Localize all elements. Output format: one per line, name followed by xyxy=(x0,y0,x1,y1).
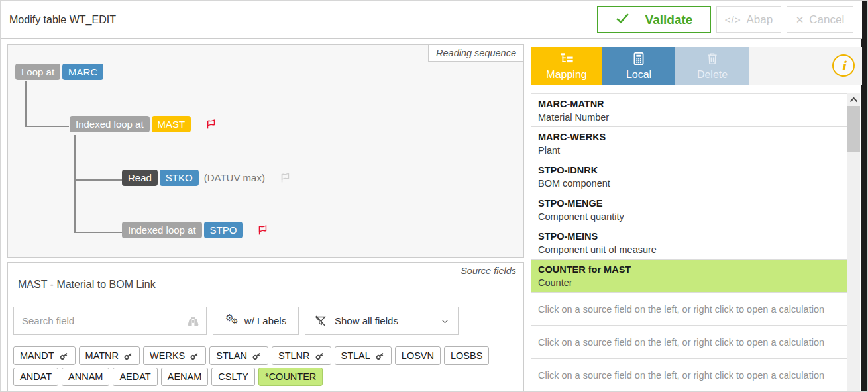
field-chip-stlal[interactable]: STLAL xyxy=(335,346,392,365)
field-chip-label: STLAN xyxy=(216,350,247,361)
field-chip-andat[interactable]: ANDAT xyxy=(13,368,58,386)
mapping-row-counter-for-mast[interactable]: COUNTER for MASTCounter xyxy=(531,260,847,293)
tree-connector xyxy=(25,81,69,127)
table-badge: STKO xyxy=(160,170,199,186)
flag-red-icon[interactable] xyxy=(257,224,268,236)
info-icon[interactable]: i xyxy=(832,54,855,77)
abap-button-label: Abap xyxy=(746,13,773,26)
operation-badge: Indexed loop at xyxy=(122,222,202,238)
operation-badge: Loop at xyxy=(15,64,60,80)
field-chip-label: ANNAM xyxy=(68,371,103,382)
abap-button[interactable]: </> Abap xyxy=(716,6,781,33)
source-fields-label: Source fields xyxy=(453,262,524,279)
operation-badge: Indexed loop at xyxy=(70,116,150,132)
mapping-row-stpo-idnrk[interactable]: STPO-IDNRKBOM component xyxy=(531,160,847,193)
mapping-row-description: Component quantity xyxy=(538,211,847,222)
dialog-header: Modify table WT_EDIT Validate </> Abap ✕… xyxy=(1,1,862,39)
field-chip-annam[interactable]: ANNAM xyxy=(62,368,109,386)
mapping-row-marc-matnr[interactable]: MARC-MATNRMaterial Number xyxy=(531,94,847,127)
scrollbar[interactable] xyxy=(847,93,860,392)
field-chip-losvn[interactable]: LOSVN xyxy=(395,346,441,365)
table-badge: STPO xyxy=(204,222,243,238)
tree-node-stpo[interactable]: Indexed loop atSTPO xyxy=(122,222,268,238)
field-chip-label: *COUNTER xyxy=(265,371,316,382)
mapping-placeholder-row[interactable]: Click on a source field on the left, or … xyxy=(531,326,847,359)
reading-sequence-label: Reading sequence xyxy=(428,44,524,62)
field-chip-label: WERKS xyxy=(150,350,185,361)
field-chip-counter[interactable]: *COUNTER xyxy=(258,368,323,386)
field-chip-aenam[interactable]: AENAM xyxy=(161,368,209,386)
with-labels-button[interactable]: ⚙⚙ w/ Labels xyxy=(213,307,299,335)
show-all-fields-dropdown[interactable]: Show all fields xyxy=(305,307,459,335)
search-input[interactable] xyxy=(14,307,206,334)
tree-node-marc[interactable]: Loop atMARC xyxy=(15,64,103,80)
tree-connector xyxy=(74,135,122,181)
tab-delete[interactable]: Delete xyxy=(675,47,749,85)
mapping-row-stpo-meins[interactable]: STPO-MEINSComponent unit of measure xyxy=(531,226,847,260)
field-chip-aedat[interactable]: AEDAT xyxy=(113,368,157,386)
binoculars-icon xyxy=(187,316,199,327)
validate-button-label: Validate xyxy=(645,13,693,27)
key-icon xyxy=(190,351,199,361)
tree-node-mast[interactable]: Indexed loop atMAST xyxy=(70,116,217,132)
key-icon xyxy=(375,351,385,361)
mapping-row-field: MARC-WERKS xyxy=(538,132,847,142)
field-chip-label: LOSVN xyxy=(402,350,434,361)
validate-button[interactable]: Validate xyxy=(597,6,711,33)
field-chip-matnr[interactable]: MATNR xyxy=(79,346,140,365)
gears-icon: ⚙⚙ xyxy=(225,314,239,328)
mapping-row-marc-werks[interactable]: MARC-WERKSPlant xyxy=(531,127,847,160)
search-box xyxy=(13,307,207,335)
tree-connector xyxy=(74,179,122,233)
mapping-row-description: Material Number xyxy=(538,112,847,122)
flag-gray-icon[interactable] xyxy=(280,172,291,184)
mapping-panel: Mapping Local Delete i MARC-MATNRMateria xyxy=(529,44,862,392)
field-chip-label: AENAM xyxy=(168,371,202,382)
cancel-button-label: Cancel xyxy=(809,13,844,26)
key-icon xyxy=(252,351,262,361)
field-chip-label: STLAL xyxy=(341,350,370,361)
filter-slash-icon xyxy=(314,315,327,327)
scroll-up-icon[interactable] xyxy=(847,93,860,106)
show-all-fields-label: Show all fields xyxy=(335,315,398,326)
field-chip-stlnr[interactable]: STLNR xyxy=(272,346,331,365)
mapping-row-field: MARC-MATNR xyxy=(538,99,847,109)
modify-table-dialog: Modify table WT_EDIT Validate </> Abap ✕… xyxy=(0,0,868,392)
mapping-row-description: Plant xyxy=(538,145,847,156)
mapping-row-field: STPO-MENGE xyxy=(538,198,847,209)
field-chip-cslty[interactable]: CSLTY xyxy=(211,368,255,386)
chevron-down-icon xyxy=(441,317,449,326)
trash-icon xyxy=(706,52,718,66)
mapping-placeholder-row[interactable]: Click on a source field on the left, or … xyxy=(531,359,847,392)
close-icon: ✕ xyxy=(796,14,804,26)
cancel-button[interactable]: ✕ Cancel xyxy=(787,6,853,33)
mapping-row-field: STPO-IDNRK xyxy=(538,165,847,175)
field-chip-werks[interactable]: WERKS xyxy=(143,346,206,365)
field-chip-mandt[interactable]: MANDT xyxy=(13,346,76,365)
field-chip-list: MANDTMATNRWERKSSTLANSTLNRSTLALLOSVNLOSBS… xyxy=(13,346,519,386)
tree-node-stko[interactable]: ReadSTKO(DATUV max) xyxy=(122,170,291,186)
page-title: Modify table WT_EDIT xyxy=(9,14,116,26)
field-chip-label: LOSBS xyxy=(451,350,482,361)
tab-mapping-label: Mapping xyxy=(546,69,586,81)
tree-list-icon xyxy=(560,52,574,66)
header-buttons: Validate </> Abap ✕ Cancel xyxy=(597,6,853,33)
tab-local[interactable]: Local xyxy=(602,47,675,85)
reading-sequence-panel: Reading sequence Loop atMARCIndexed loop… xyxy=(7,44,524,258)
source-controls: ⚙⚙ w/ Labels Show all fields xyxy=(13,307,459,335)
mapping-placeholder-row[interactable]: Click on a source field on the left, or … xyxy=(531,293,847,326)
mapping-row-description: Counter xyxy=(538,277,847,288)
field-chip-label: MATNR xyxy=(85,350,119,361)
field-chip-stlan[interactable]: STLAN xyxy=(209,346,268,365)
field-chip-losbs[interactable]: LOSBS xyxy=(444,346,489,365)
source-table-title: MAST - Material to BOM Link xyxy=(18,279,156,291)
tabs-filler: i xyxy=(749,47,862,85)
tab-mapping[interactable]: Mapping xyxy=(531,47,602,85)
field-chip-label: STLNR xyxy=(278,350,310,361)
mapping-row-stpo-menge[interactable]: STPO-MENGEComponent quantity xyxy=(531,193,847,226)
tab-local-label: Local xyxy=(626,69,651,81)
flag-red-icon[interactable] xyxy=(205,119,217,130)
check-icon xyxy=(616,13,629,27)
mapping-row-description: Component unit of measure xyxy=(538,244,847,255)
scrollbar-thumb[interactable] xyxy=(847,106,860,152)
